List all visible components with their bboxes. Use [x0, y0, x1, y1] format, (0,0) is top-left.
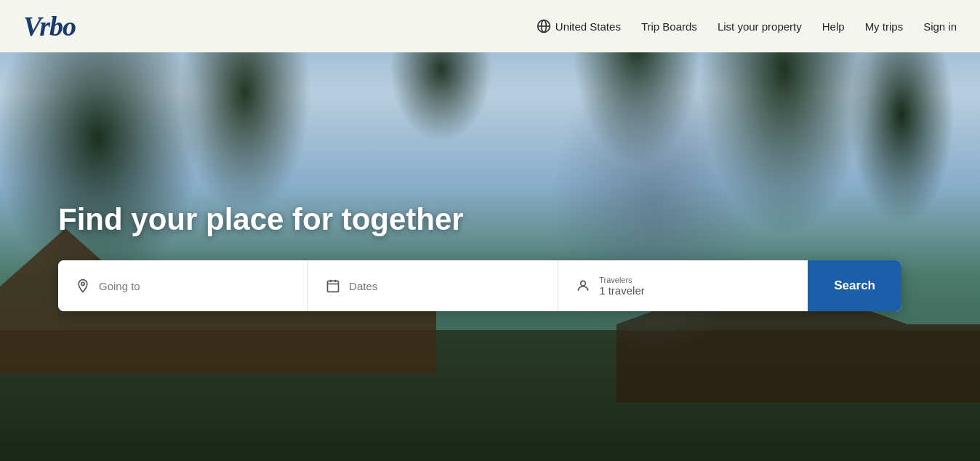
vrbo-logo[interactable]: Vrbo — [23, 10, 76, 42]
logo-text: Vrbo — [23, 11, 76, 41]
travelers-field[interactable]: Travelers 1 traveler — [558, 260, 808, 311]
hero-content: Find your place for together Going to Da — [0, 0, 980, 461]
location-icon — [76, 278, 90, 293]
search-button[interactable]: Search — [808, 260, 901, 311]
destination-field[interactable]: Going to — [58, 260, 308, 311]
travelers-content: Travelers 1 traveler — [599, 276, 645, 297]
svg-rect-4 — [328, 281, 339, 292]
svg-point-3 — [81, 282, 84, 285]
person-icon — [576, 278, 590, 293]
hero-headline: Find your place for together — [58, 202, 494, 237]
header: Vrbo United States Trip Boards List your… — [0, 0, 980, 52]
dates-placeholder: Dates — [349, 280, 377, 292]
my-trips-link[interactable]: My trips — [865, 20, 904, 33]
travelers-value: 1 traveler — [599, 284, 645, 297]
search-bar: Going to Dates Travelers — [58, 260, 901, 311]
dates-field[interactable]: Dates — [308, 260, 558, 311]
globe-icon — [537, 19, 551, 33]
calendar-icon — [326, 278, 340, 293]
destination-placeholder: Going to — [99, 280, 140, 292]
region-label: United States — [555, 20, 621, 33]
svg-point-8 — [581, 281, 586, 286]
trip-boards-link[interactable]: Trip Boards — [641, 20, 697, 33]
region-selector[interactable]: United States — [537, 19, 621, 33]
main-nav: United States Trip Boards List your prop… — [537, 19, 957, 33]
travelers-label: Travelers — [599, 276, 645, 284]
list-property-link[interactable]: List your property — [718, 20, 802, 33]
help-link[interactable]: Help — [822, 20, 845, 33]
hero-section: Find your place for together Going to Da — [0, 0, 980, 461]
sign-in-link[interactable]: Sign in — [923, 20, 957, 33]
